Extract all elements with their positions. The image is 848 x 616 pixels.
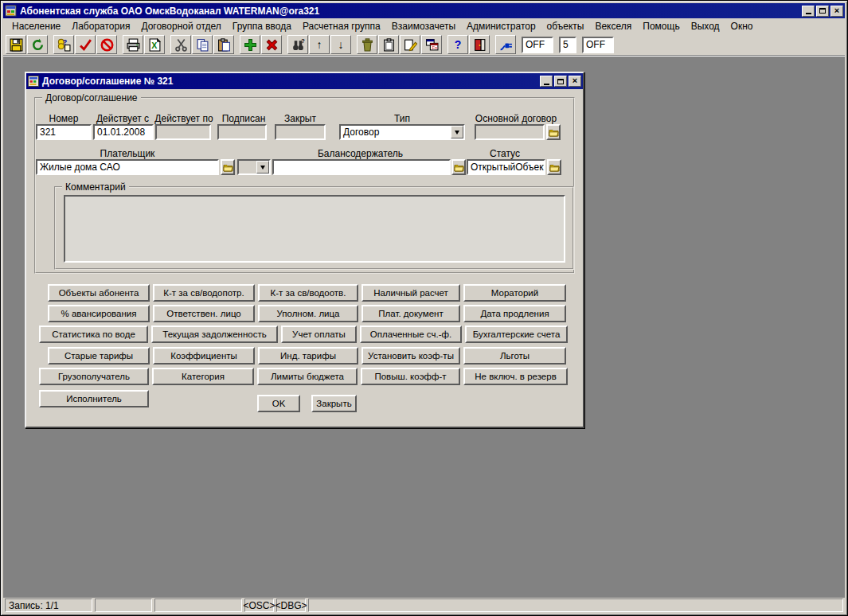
dialog-maximize-button[interactable] [554, 76, 567, 87]
paid-invoices-button[interactable]: Оплаченные сч.-ф. [360, 326, 462, 343]
insert-record-button[interactable] [240, 35, 260, 54]
comment-textarea[interactable] [64, 195, 565, 263]
next-record-button[interactable]: ↓ [330, 35, 351, 54]
binoculars-icon: ? [291, 38, 305, 52]
dialog-titlebar[interactable]: Договор/соглашение № 321 × [26, 73, 583, 89]
paste-button[interactable] [213, 35, 234, 54]
menu-vekselya[interactable]: Векселя [589, 19, 637, 33]
responsible-person-button[interactable]: Ответствен. лицо [153, 305, 255, 322]
menu-vykhod[interactable]: Выход [686, 19, 725, 33]
record-list-button[interactable] [378, 35, 399, 54]
category-button[interactable]: Категория [152, 368, 254, 385]
coefficients-button[interactable]: Коэффициенты [153, 347, 255, 365]
consignee-button[interactable]: Грузополучатель [39, 368, 149, 385]
copy-button[interactable] [192, 35, 213, 54]
minimize-button[interactable] [802, 6, 815, 17]
folder-icon [223, 163, 233, 172]
toolbar-field-1[interactable]: OFF [522, 37, 553, 53]
payer-type-combobox-arrow-button[interactable] [256, 161, 269, 173]
not-in-reserve-button[interactable]: Не включ. в резерв [463, 368, 568, 385]
add-icon [244, 38, 257, 52]
find-button[interactable]: ? [287, 35, 308, 54]
old-tariffs-button[interactable]: Старые тарифы [48, 347, 150, 365]
menu-dogovornoy-otdel[interactable]: Договорной отдел [135, 19, 226, 33]
moratorium-button[interactable]: Мораторий [463, 284, 566, 302]
number-field[interactable]: 321 [36, 124, 92, 140]
individual-tariffs-button[interactable]: Инд. тарифы [258, 347, 358, 365]
payment-document-button[interactable]: Плат. документ [361, 305, 460, 322]
dialog-close-button[interactable]: × [569, 76, 581, 87]
clear-record-button[interactable] [357, 35, 377, 54]
water-statistics-button[interactable]: Статистика по воде [39, 326, 148, 343]
extension-date-button[interactable]: Дата продления [463, 305, 566, 322]
execute-query-button[interactable] [75, 35, 96, 54]
cut-button[interactable] [170, 35, 191, 54]
maximize-button[interactable] [816, 6, 829, 17]
export-excel-button[interactable]: X [144, 35, 165, 54]
water-supply-coef-button[interactable]: К-т за св/водопотр. [153, 284, 255, 302]
objects-button[interactable]: Объекты абонента [48, 284, 150, 302]
menu-obekty[interactable]: объекты [541, 19, 590, 33]
menu-pomosch[interactable]: Помощь [637, 19, 685, 33]
rollback-button[interactable] [27, 35, 48, 54]
toolbar-field-3[interactable]: OFF [582, 37, 614, 53]
close-dialog-button[interactable]: Закрыть [311, 395, 357, 412]
main-contract-lov-button[interactable] [546, 124, 561, 140]
trash-icon [361, 38, 374, 52]
toolbar-field-2[interactable]: 5 [559, 37, 576, 53]
balance-holder-lov-button[interactable] [451, 159, 466, 175]
executor-button[interactable]: Исполнитель [39, 390, 149, 407]
cash-payment-button[interactable]: Наличный расчет [361, 284, 460, 302]
payer-type-combobox[interactable] [237, 159, 271, 175]
type-combobox-arrow-button[interactable] [451, 126, 463, 138]
minimize-icon [544, 84, 549, 85]
window-list-button[interactable]: Fn [421, 35, 442, 54]
ok-button[interactable]: OK [257, 395, 300, 412]
print-button[interactable] [123, 35, 143, 54]
payer-lov-button[interactable] [221, 159, 235, 175]
type-combobox[interactable]: Договор [339, 124, 465, 140]
benefits-button[interactable]: Льготы [463, 347, 566, 365]
water-drain-coef-button[interactable]: К-т за св/водоотв. [258, 284, 358, 302]
enter-query-button[interactable]: ? [53, 35, 74, 54]
type-combobox-value: Договор [343, 127, 379, 138]
chevron-down-icon [260, 166, 265, 170]
previous-record-button[interactable]: ↑ [309, 35, 330, 54]
connect-button[interactable] [495, 35, 516, 54]
edit-button[interactable] [400, 35, 420, 54]
save-button[interactable] [6, 35, 26, 54]
close-button[interactable]: × [830, 6, 843, 17]
contract-dialog: Договор/соглашение № 321 × Договор/согла… [25, 72, 584, 428]
payment-accounting-button[interactable]: Учет оплаты [281, 326, 357, 343]
menu-raschetnaya-gruppa[interactable]: Расчетная группа [297, 19, 386, 33]
menu-administrator[interactable]: Администратор [461, 19, 541, 33]
dialog-minimize-button[interactable] [540, 76, 553, 87]
advance-percent-button[interactable]: % авансирования [48, 305, 150, 322]
accounting-accounts-button[interactable]: Бухгалтерские счета [465, 326, 568, 343]
set-coefficients-button[interactable]: Установить коэф-ты [361, 347, 460, 365]
delete-record-button[interactable] [261, 35, 282, 54]
budget-limits-button[interactable]: Лимиты бюджета [257, 368, 358, 385]
exit-button[interactable] [469, 35, 490, 54]
balance-holder-field[interactable] [272, 159, 451, 175]
authorized-persons-button[interactable]: Уполном. лица [258, 305, 358, 322]
menu-okno[interactable]: Окно [725, 19, 759, 33]
main-titlebar[interactable]: Абонентская служба ОАО ОмскВодоканал WAT… [3, 3, 845, 18]
menu-gruppa-vvoda[interactable]: Группа ввода [227, 19, 297, 33]
menu-vzaimozachety[interactable]: Взаимозачеты [386, 19, 461, 33]
current-debt-button[interactable]: Текущая задолженность [151, 326, 278, 343]
valid-from-field[interactable]: 01.01.2008 [93, 124, 154, 140]
menu-laboratoriya[interactable]: Лаборатория [66, 19, 135, 33]
status-field[interactable]: ОткрытыйОбъект [467, 159, 545, 175]
window-title: Абонентская служба ОАО ОмскВодоканал WAT… [20, 6, 319, 17]
menu-naselenie[interactable]: Население [6, 19, 66, 33]
comment-groupbox: Комментарий [54, 186, 574, 270]
minimize-icon [806, 13, 811, 14]
raised-coefficient-button[interactable]: Повыш. коэфф-т [361, 368, 460, 385]
status-lov-button[interactable] [547, 159, 561, 175]
arrow-up-icon: ↑ [317, 39, 322, 50]
help-button[interactable]: ? [447, 35, 468, 54]
cancel-query-button[interactable] [96, 35, 117, 54]
svg-text:?: ? [301, 38, 305, 45]
payer-field[interactable]: Жилые дома САО [36, 159, 219, 175]
